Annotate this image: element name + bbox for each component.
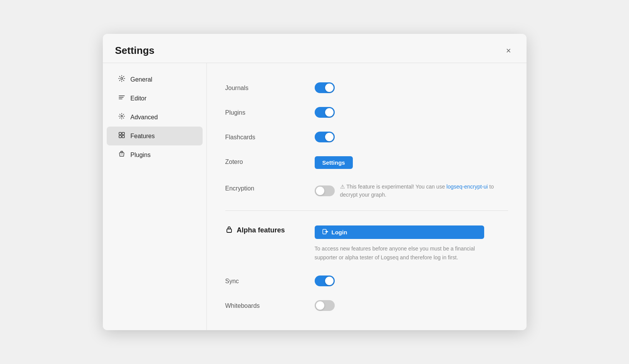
general-icon — [117, 75, 126, 84]
sidebar-item-editor-label: Editor — [131, 95, 147, 102]
modal-header: Settings × — [103, 34, 527, 63]
svg-rect-5 — [119, 132, 121, 135]
svg-rect-8 — [122, 135, 124, 138]
sync-control — [315, 276, 335, 286]
encryption-hint: ⚠ This feature is experimental! You can … — [340, 183, 502, 199]
sidebar-item-advanced-label: Advanced — [131, 114, 158, 121]
encryption-hint-text: ⚠ This feature is experimental! You can … — [340, 183, 502, 199]
advanced-icon — [117, 113, 126, 122]
encryption-toggle-thumb — [316, 187, 324, 195]
sync-toggle-thumb — [325, 277, 334, 285]
encryption-row: Encryption ⚠ This feature is experimenta… — [225, 176, 508, 206]
whiteboards-control — [315, 300, 335, 311]
alpha-left: Alpha features — [225, 225, 302, 237]
login-icon — [322, 229, 329, 236]
svg-rect-7 — [119, 135, 121, 138]
alpha-features-row: Alpha features Login — [225, 222, 508, 269]
journals-toggle-thumb — [325, 83, 334, 92]
flashcards-label: Flashcards — [225, 132, 302, 141]
zotero-row: Zotero Settings — [225, 149, 508, 176]
encryption-control: ⚠ This feature is experimental! You can … — [315, 183, 502, 199]
flashcards-control — [315, 132, 335, 142]
sidebar-item-plugins[interactable]: Plugins — [107, 145, 203, 164]
sidebar-item-editor[interactable]: Editor — [107, 89, 203, 108]
alpha-login-button[interactable]: Login — [315, 225, 484, 239]
whiteboards-label: Whiteboards — [225, 300, 302, 309]
plugins-row: Plugins — [225, 100, 508, 125]
encryption-hint-link[interactable]: logseq-encrypt-ui — [446, 184, 488, 190]
sidebar-item-features[interactable]: Features — [107, 127, 203, 145]
sidebar-item-features-label: Features — [131, 133, 155, 140]
modal-body: General Editor — [103, 63, 527, 330]
journals-toggle[interactable] — [315, 82, 335, 93]
encryption-label: Encryption — [225, 183, 302, 192]
svg-rect-6 — [122, 132, 124, 135]
journals-label: Journals — [225, 82, 302, 92]
sidebar: General Editor — [103, 63, 207, 330]
plugins-icon — [117, 150, 126, 159]
sidebar-item-general[interactable]: General — [107, 70, 203, 89]
zotero-label: Zotero — [225, 156, 302, 165]
main-content: Journals Plugins — [207, 63, 527, 330]
features-icon — [117, 132, 126, 140]
journals-control — [315, 82, 335, 93]
journals-row: Journals — [225, 75, 508, 100]
encryption-toggle[interactable] — [315, 185, 335, 196]
whiteboards-row: Whiteboards — [225, 293, 508, 318]
alpha-right: Login To access new features before anyo… — [315, 225, 484, 262]
whiteboards-toggle[interactable] — [315, 300, 335, 311]
plugins-feature-label: Plugins — [225, 107, 302, 116]
modal-title: Settings — [115, 45, 155, 57]
svg-rect-10 — [227, 229, 231, 232]
plugins-control — [315, 107, 335, 118]
editor-icon — [117, 94, 126, 103]
zotero-control: Settings — [315, 156, 353, 169]
alpha-description: To access new features before anyone els… — [315, 244, 484, 262]
whiteboards-toggle-thumb — [316, 301, 324, 310]
sidebar-item-plugins-label: Plugins — [131, 152, 151, 159]
plugins-toggle[interactable] — [315, 107, 335, 118]
section-divider — [225, 210, 508, 211]
flashcards-toggle[interactable] — [315, 132, 335, 142]
close-button[interactable]: × — [503, 45, 514, 57]
alpha-features-title: Alpha features — [237, 226, 285, 234]
svg-point-0 — [121, 78, 122, 80]
plugins-toggle-thumb — [325, 108, 334, 117]
sync-toggle[interactable] — [315, 276, 335, 286]
flashcards-toggle-thumb — [325, 133, 334, 141]
sync-row: Sync — [225, 269, 508, 293]
sidebar-item-advanced[interactable]: Advanced — [107, 108, 203, 127]
alpha-features-header: Alpha features — [225, 225, 302, 235]
svg-point-4 — [121, 115, 122, 117]
alpha-login-label: Login — [332, 229, 347, 235]
settings-modal: Settings × General — [103, 34, 527, 330]
sidebar-item-general-label: General — [131, 76, 153, 83]
sync-label: Sync — [225, 276, 302, 285]
flashcards-row: Flashcards — [225, 125, 508, 149]
zotero-settings-button[interactable]: Settings — [315, 156, 353, 169]
lock-icon — [225, 225, 233, 235]
